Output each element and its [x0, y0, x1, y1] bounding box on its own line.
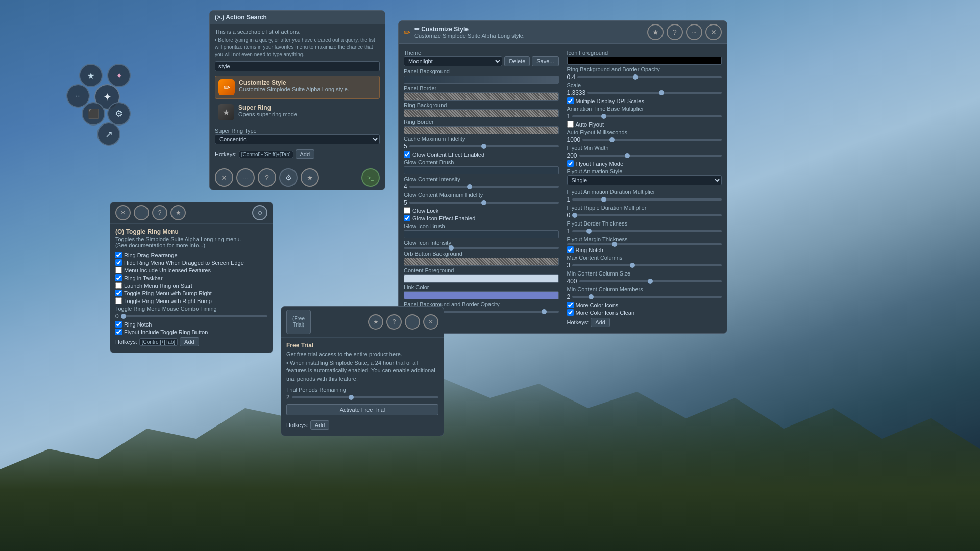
- min-col-size-slider[interactable]: [579, 280, 722, 282]
- multi-dpi-row: Multiple Display DPI Scales: [567, 97, 722, 104]
- cache-fidelity-slider-row: 5: [404, 143, 559, 150]
- more-color-icons-clean-cb[interactable]: [567, 309, 574, 316]
- content-fg-color[interactable]: [404, 274, 559, 283]
- ring-drag-cb[interactable]: [115, 252, 122, 258]
- toggle-more-btn[interactable]: ···: [134, 205, 149, 220]
- glow-lock-cb[interactable]: [404, 207, 410, 214]
- max-content-cols-label: Max Content Columns: [567, 255, 722, 261]
- panel-border-color[interactable]: [404, 92, 559, 101]
- customize-more-btn[interactable]: ···: [686, 24, 702, 40]
- flyout-anim-dur-slider[interactable]: [572, 198, 722, 201]
- cache-fidelity-slider[interactable]: [409, 145, 559, 147]
- menu-unlicensed-cb[interactable]: [115, 267, 122, 273]
- toggle-close-btn[interactable]: ✕: [115, 205, 131, 220]
- freetrial-star-btn[interactable]: ★: [368, 314, 383, 330]
- result-2-title: Super Ring: [238, 104, 299, 111]
- glow-content-effect-cb[interactable]: [404, 151, 410, 158]
- glow-icon-slider[interactable]: [404, 247, 559, 249]
- customize-help-btn[interactable]: ?: [667, 24, 683, 40]
- hotkeys-add-btn[interactable]: Add: [296, 149, 315, 159]
- panel-bg-color[interactable]: [404, 76, 559, 84]
- glow-max-fidelity-slider[interactable]: [409, 202, 559, 204]
- action-search-more-btn[interactable]: ···: [236, 168, 255, 187]
- icon-fg-color[interactable]: [567, 57, 722, 65]
- flyout-ms-value: 1000: [567, 136, 581, 143]
- max-content-cols-slider[interactable]: [572, 264, 722, 266]
- action-search-close-btn[interactable]: ✕: [215, 168, 233, 187]
- super-ring-type-select[interactable]: Concentric: [215, 134, 380, 144]
- action-search-help-btn[interactable]: ?: [258, 168, 276, 187]
- toggle-right-bump-row: Toggle Ring Menu with Right Bump: [115, 297, 267, 304]
- freetrial-close-btn[interactable]: ✕: [423, 314, 438, 330]
- freetrial-hotkeys-add-btn[interactable]: Add: [310, 420, 330, 430]
- scale-slider[interactable]: [587, 92, 722, 94]
- freetrial-more-btn[interactable]: ···: [405, 314, 420, 330]
- launch-menu-start-cb[interactable]: [115, 282, 122, 289]
- glow-icon-brush-color[interactable]: [404, 230, 559, 238]
- delete-btn[interactable]: Delete: [504, 56, 530, 66]
- action-search-input[interactable]: [215, 61, 380, 71]
- freetrial-desc1: Get free trial access to the entire prod…: [286, 351, 438, 357]
- link-color-bar[interactable]: [404, 291, 559, 299]
- hide-dragged-cb[interactable]: [115, 259, 122, 266]
- action-search-settings-btn[interactable]: ⚙: [279, 168, 298, 187]
- ring-notch-toggle-cb[interactable]: [115, 321, 122, 328]
- toggle-ring-btn[interactable]: ○: [252, 205, 267, 220]
- ring-notch-row: Ring Notch: [567, 246, 722, 253]
- toggle-timing-slider[interactable]: [121, 315, 267, 317]
- action-search-star-btn[interactable]: ★: [301, 168, 319, 187]
- more-color-icons-clean-label: More Color Icons Clean: [576, 310, 635, 316]
- toggle-right-bump-cb[interactable]: [115, 297, 122, 304]
- action-search-run-btn[interactable]: >_: [361, 168, 380, 187]
- flyout-ms-slider[interactable]: [582, 139, 722, 141]
- glow-content-brush-color[interactable]: [404, 166, 559, 174]
- theme-select[interactable]: Moonlight: [404, 56, 502, 66]
- menu-unlicensed-row: Menu Include Unlicensed Features: [115, 267, 267, 273]
- multi-dpi-cb[interactable]: [567, 97, 574, 104]
- flyout-fancy-cb[interactable]: [567, 160, 574, 167]
- flyout-anim-style-select[interactable]: Single: [567, 175, 722, 185]
- ring-arrow-btn[interactable]: ↗: [97, 122, 120, 146]
- flyout-margin-slider[interactable]: [567, 243, 722, 245]
- result-1[interactable]: ✏ Customize Style Customize Simplode Sui…: [215, 76, 380, 99]
- flyout-ms-label: Auto Flyout Milliseconds: [567, 129, 722, 135]
- result-2[interactable]: ★ Super Ring Opens super ring mode.: [215, 101, 380, 123]
- action-search-hint: • Before typing in a query, or after you…: [215, 37, 380, 58]
- save-btn[interactable]: Save...: [532, 56, 558, 66]
- glow-icon-effect-cb[interactable]: [404, 215, 410, 221]
- ring-settings-btn[interactable]: ⚙: [107, 102, 131, 126]
- ring-move-btn[interactable]: ✦: [107, 64, 131, 87]
- flyout-border-slider[interactable]: [572, 230, 722, 232]
- flyout-include-toggle-cb[interactable]: [115, 329, 122, 335]
- trial-periods-slider[interactable]: [292, 396, 438, 398]
- customize-close-btn[interactable]: ✕: [705, 24, 722, 40]
- auto-flyout-cb[interactable]: [567, 121, 574, 128]
- activate-free-trial-btn[interactable]: Activate Free Trial: [286, 404, 438, 415]
- min-col-size-value: 400: [567, 278, 577, 285]
- customize-star-btn[interactable]: ★: [647, 24, 664, 40]
- more-color-icons-cb[interactable]: [567, 302, 574, 308]
- min-col-members-slider[interactable]: [572, 296, 722, 298]
- toggle-bump-right-row: Toggle Ring Menu with Bump Right: [115, 290, 267, 296]
- ring-taskbar-cb[interactable]: [115, 274, 122, 281]
- glow-icon-effect-row: Glow Icon Effect Enabled: [404, 215, 559, 221]
- customize-hotkeys-add-btn[interactable]: Add: [591, 318, 610, 327]
- ring-notch-cb[interactable]: [567, 246, 574, 253]
- toggle-help-btn[interactable]: ?: [152, 205, 167, 220]
- toggle-bump-right-cb[interactable]: [115, 290, 122, 296]
- orb-btn-bg-color[interactable]: [404, 258, 559, 266]
- toggle-star-btn[interactable]: ★: [170, 205, 186, 220]
- ring-favorites-btn[interactable]: ★: [79, 64, 103, 87]
- flyout-ripple-slider[interactable]: [572, 214, 722, 216]
- freetrial-help-btn[interactable]: ?: [386, 314, 402, 330]
- ring-bg-opacity-slider[interactable]: [577, 76, 722, 78]
- anim-time-slider[interactable]: [572, 115, 722, 117]
- glow-intensity-slider[interactable]: [409, 186, 559, 188]
- ring-border-color[interactable]: [404, 126, 559, 134]
- flyout-min-width-slider[interactable]: [579, 155, 722, 157]
- glow-content-effect-row: Glow Content Effect Enabled: [404, 151, 559, 158]
- toggle-hotkeys-label: Hotkeys:: [115, 339, 137, 345]
- ring-bg-color[interactable]: [404, 109, 559, 117]
- ring-app-btn[interactable]: ⬛: [82, 102, 105, 126]
- toggle-hotkeys-add-btn[interactable]: Add: [180, 337, 199, 346]
